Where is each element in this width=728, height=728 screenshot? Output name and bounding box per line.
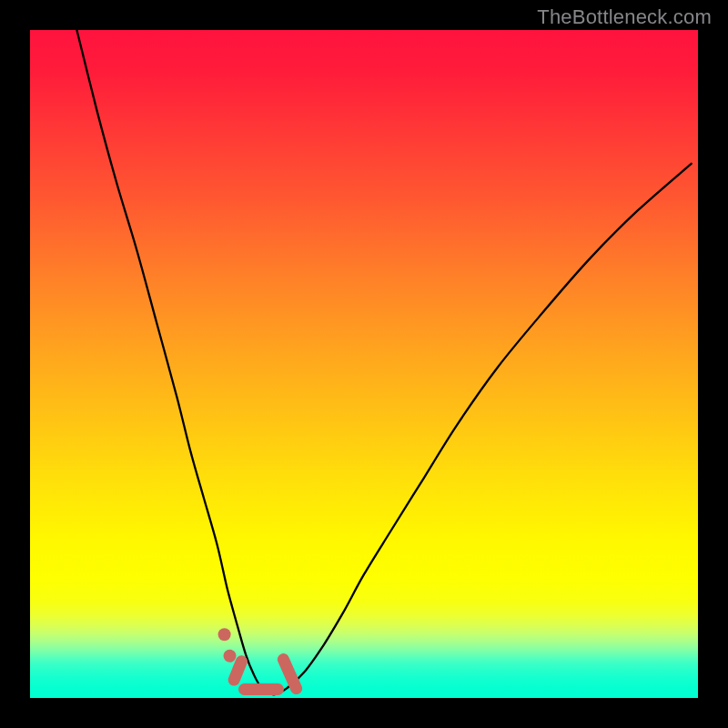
watermark-text: TheBottleneck.com xyxy=(537,5,712,29)
highlighted-segment xyxy=(218,628,305,696)
chart-overlay-svg xyxy=(30,30,698,698)
chart-stage: TheBottleneck.com xyxy=(0,0,728,728)
marker-bar xyxy=(238,683,284,695)
plot-area xyxy=(30,30,698,698)
marker-dot xyxy=(224,650,237,662)
bottleneck-curve xyxy=(76,30,691,694)
marker-dot xyxy=(218,628,231,641)
